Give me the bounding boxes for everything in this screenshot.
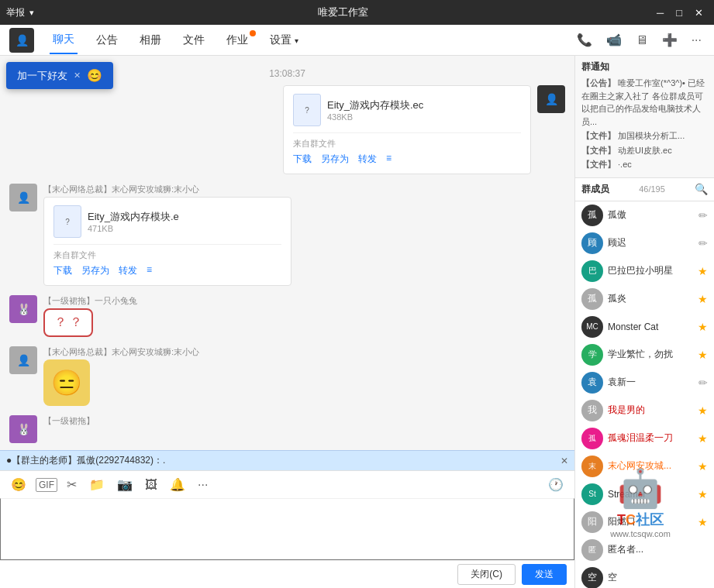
file-size: 471KB (88, 224, 179, 233)
list-item[interactable]: 孤 孤傲 ✏ (575, 201, 714, 229)
member-avatar: 巴 (581, 260, 603, 282)
member-avatar: St (581, 483, 603, 505)
member-avatar: 学 (581, 344, 603, 366)
avatar: 👤 (9, 346, 37, 374)
member-avatar: 匿 (581, 539, 603, 561)
list-item[interactable]: 我 我是男的 ★ (575, 397, 714, 425)
table-row: 👤 【末心网络总裁】末心网安攻城狮:末小心 ? Eity_游戏内存模块.e (9, 184, 565, 286)
member-name: 我是男的 (608, 404, 693, 417)
settings-dropdown-icon: ▾ (295, 36, 298, 45)
forward-link[interactable]: 转发 (358, 153, 377, 166)
more-tools-icon[interactable]: ··· (195, 475, 211, 495)
list-item: 【文件】 ·.ec (581, 158, 708, 171)
user-avatar[interactable]: 👤 (9, 28, 34, 53)
member-name: 学业繁忙，勿扰 (608, 348, 693, 361)
folder-icon[interactable]: 📁 (86, 474, 108, 495)
phone-icon[interactable]: 📞 (574, 29, 595, 50)
list-item[interactable]: 顾 顾迟 ✏ (575, 229, 714, 257)
msg-bubble: ？ ？ (43, 308, 93, 337)
close-button[interactable]: 关闭(C) (457, 564, 516, 585)
message-input[interactable] (0, 498, 574, 560)
gif-icon[interactable]: GIF (36, 478, 57, 492)
titlebar-controls: ─ □ ✕ (652, 5, 708, 20)
bottom-notification-bar: ●【群主的老师】孤傲(2292744832)：. ✕ (0, 450, 574, 470)
popup-close-icon[interactable]: ✕ (74, 70, 81, 81)
more-link[interactable]: ≡ (386, 153, 391, 166)
nav-file[interactable]: 文件 (180, 27, 208, 53)
list-item[interactable]: 末 末心网安攻城... ★ (575, 452, 714, 480)
nav-homework[interactable]: 作业 (223, 27, 251, 53)
nav-chat[interactable]: 聊天 (50, 26, 78, 54)
msg-sender: 【末心网络总裁】末心网安攻城狮:末小心 (43, 184, 291, 195)
file-actions[interactable]: 下载 另存为 转发 ≡ (53, 264, 281, 277)
emoji-icon[interactable]: 😊 (8, 474, 29, 495)
video-icon[interactable]: 📹 (603, 29, 625, 50)
cut-icon[interactable]: ✂ (64, 474, 80, 495)
member-avatar: 末 (581, 456, 603, 477)
add-icon[interactable]: ➕ (659, 29, 681, 50)
star-icon: ★ (698, 460, 708, 473)
list-item[interactable]: St Streamer ★ (575, 480, 714, 508)
more-icon[interactable]: ··· (688, 30, 705, 50)
avatar: 🐰 (9, 415, 37, 443)
input-toolbar: 😊 GIF ✂ 📁 📷 🖼 🔔 ··· 🕐 (0, 470, 574, 498)
restore-button[interactable]: □ (671, 5, 687, 20)
member-search-icon[interactable]: 🔍 (695, 183, 708, 195)
popup-label: 加一下好友 (17, 69, 67, 83)
titlebar-left: 举报 ▾ (6, 6, 34, 19)
image-icon[interactable]: 🖼 (142, 475, 160, 495)
file-size: 438KB (327, 112, 423, 122)
member-avatar: 我 (581, 400, 603, 421)
edit-icon: ✏ (698, 209, 708, 222)
file-icon: ? (293, 94, 321, 126)
screen-icon[interactable]: 🖥 (633, 30, 651, 50)
member-name: 孤傲 (608, 208, 694, 222)
save-link[interactable]: 另存为 (81, 264, 109, 277)
report-link[interactable]: 举报 (6, 6, 25, 19)
bottom-bar-text: ●【群主的老师】孤傲(2292744832)：. (6, 454, 165, 467)
bottom-bar-close[interactable]: ✕ (561, 456, 568, 466)
member-name: 袁新一 (608, 376, 694, 389)
avatar: 👤 (537, 85, 565, 113)
nav-right-icons: 📞 📹 🖥 ➕ ··· (574, 29, 705, 50)
nav-notice[interactable]: 公告 (93, 27, 121, 53)
star-icon: ★ (698, 432, 708, 445)
list-item[interactable]: 空 空 (575, 564, 714, 589)
msg-sender: 【末心网络总裁】末心网安攻城狮:末小心 (43, 346, 199, 358)
more-link[interactable]: ≡ (147, 264, 152, 277)
avatar: 🐰 (9, 295, 37, 323)
list-item[interactable]: 巴 巴拉巴拉小明星 ★ (575, 257, 714, 285)
list-item[interactable]: 匿 匿名者... (575, 536, 714, 564)
download-link[interactable]: 下载 (53, 264, 72, 277)
star-icon: ★ (698, 349, 708, 361)
send-button[interactable]: 发送 (522, 564, 567, 585)
chat-main: 加一下好友 ✕ 😊 13:08:37 👤 ? (0, 56, 574, 588)
chat-messages: 13:08:37 👤 ? Eity_游戏内存模块.ec (0, 56, 574, 450)
close-button[interactable]: ✕ (690, 5, 708, 20)
file-actions[interactable]: 下载 另存为 转发 ≡ (293, 153, 521, 166)
list-item[interactable]: 学 学业繁忙，勿扰 ★ (575, 341, 714, 369)
file-message: ? Eity_游戏内存模块.e 471KB (43, 197, 291, 286)
list-item[interactable]: 孤 孤炎 ★ (575, 285, 714, 313)
download-link[interactable]: 下载 (293, 153, 312, 166)
list-item[interactable]: 孤 孤魂泪温柔一刀 ★ (575, 425, 714, 452)
save-link[interactable]: 另存为 (321, 153, 349, 166)
msg-content: 【一级裙拖】一只小兔兔 ？ ？ (43, 295, 137, 337)
avatar: 👤 (9, 184, 37, 211)
forward-link[interactable]: 转发 (119, 264, 137, 277)
list-item[interactable]: 阳 阳燃口 ★ (575, 508, 714, 536)
member-name: Streamer (608, 489, 693, 500)
clock-icon[interactable]: 🕐 (545, 474, 567, 495)
list-item[interactable]: 袁 袁新一 ✏ (575, 369, 714, 397)
minimize-button[interactable]: ─ (652, 5, 668, 20)
list-item: 【文件】 动差UI皮肤.ec (581, 144, 708, 157)
friend-add-popup[interactable]: 加一下好友 ✕ 😊 (6, 62, 113, 89)
titlebar-title: 唯爱工作室 (34, 5, 652, 19)
msg-content: 【末心网络总裁】末心网安攻城狮:末小心 😑 (43, 346, 199, 406)
nav-album[interactable]: 相册 (136, 27, 164, 53)
camera-icon[interactable]: 📷 (114, 474, 136, 495)
bell-icon[interactable]: 🔔 (167, 474, 188, 495)
list-item[interactable]: MC Monster Cat ★ (575, 313, 714, 341)
nav-settings[interactable]: 设置 ▾ (267, 27, 302, 53)
table-row: 🐰 【一级裙拖】 (9, 415, 565, 443)
